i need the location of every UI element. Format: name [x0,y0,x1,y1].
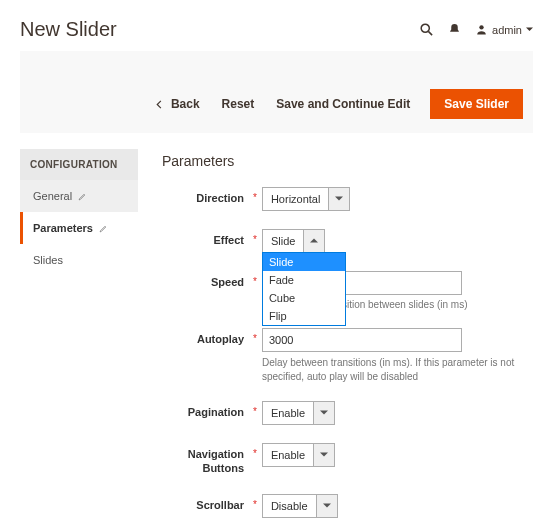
required-marker: * [253,401,257,417]
sidebar-item-label: Parameters [33,222,93,234]
nav-select[interactable]: Enable [262,443,335,467]
chevron-down-icon[interactable] [328,187,350,211]
nav-label: Navigation Buttons [160,443,250,476]
speed-hint: sition between slides (in ms) [342,299,533,310]
chevron-down-icon[interactable] [316,494,338,518]
account-label: admin [492,24,522,36]
required-marker: * [253,229,257,245]
scrollbar-label: Scrollbar [160,494,250,511]
pagination-label: Pagination [160,401,250,418]
autoplay-label: Autoplay [160,328,250,345]
notifications-icon[interactable] [448,23,461,36]
pagination-select[interactable]: Enable [262,401,335,425]
required-marker: * [253,328,257,344]
effect-label: Effect [160,229,250,246]
nav-value: Enable [262,443,314,467]
effect-value: Slide [262,229,304,253]
sidebar-item-general[interactable]: General [20,180,138,212]
effect-option[interactable]: Flip [263,307,345,325]
autoplay-input[interactable] [262,328,462,352]
svg-point-0 [421,24,429,32]
autoplay-hint: Delay between transitions (in ms). If th… [262,356,522,383]
back-label: Back [171,97,200,111]
effect-dropdown: Slide Fade Cube Flip [262,252,346,326]
pencil-icon [99,224,108,233]
sidebar-heading: CONFIGURATION [20,149,138,180]
speed-label: Speed [160,271,250,288]
pencil-icon [78,192,87,201]
required-marker: * [253,443,257,459]
chevron-down-icon[interactable] [313,401,335,425]
svg-point-2 [479,25,483,29]
sidebar-item-label: General [33,190,72,202]
sidebar-item-label: Slides [33,254,63,266]
action-bar: Back Reset Save and Continue Edit Save S… [20,51,533,133]
direction-value: Horizontal [262,187,330,211]
scrollbar-select[interactable]: Disable [262,494,338,518]
sidebar-item-parameters[interactable]: Parameters [20,212,138,244]
chevron-down-icon[interactable] [313,443,335,467]
direction-select[interactable]: Horizontal [262,187,351,211]
save-button[interactable]: Save Slider [430,89,523,119]
save-continue-button[interactable]: Save and Continue Edit [274,91,412,117]
effect-option[interactable]: Fade [263,271,345,289]
sidebar: CONFIGURATION General Parameters Slides [20,149,138,276]
account-menu[interactable]: admin [475,23,533,36]
sidebar-item-slides[interactable]: Slides [20,244,138,276]
chevron-up-icon[interactable] [303,229,325,253]
pagination-value: Enable [262,401,314,425]
section-title: Parameters [162,153,533,169]
direction-label: Direction [160,187,250,204]
svg-line-1 [428,31,432,35]
effect-option[interactable]: Slide [263,253,345,271]
page-title: New Slider [20,18,419,41]
effect-select[interactable]: Slide [262,229,325,253]
reset-button[interactable]: Reset [220,91,257,117]
required-marker: * [253,494,257,510]
required-marker: * [253,187,257,203]
effect-option[interactable]: Cube [263,289,345,307]
back-button[interactable]: Back [152,91,202,117]
scrollbar-value: Disable [262,494,317,518]
search-icon[interactable] [419,22,434,37]
required-marker: * [253,271,257,287]
